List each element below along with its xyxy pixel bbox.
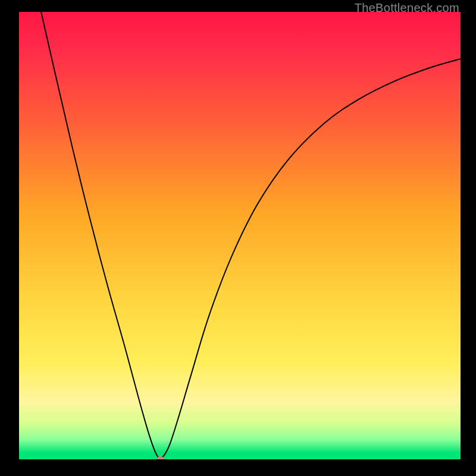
gradient-background [19, 12, 461, 459]
plot-area [19, 12, 461, 459]
chart-svg [19, 12, 461, 459]
chart-container: TheBottleneck.com [0, 0, 476, 476]
